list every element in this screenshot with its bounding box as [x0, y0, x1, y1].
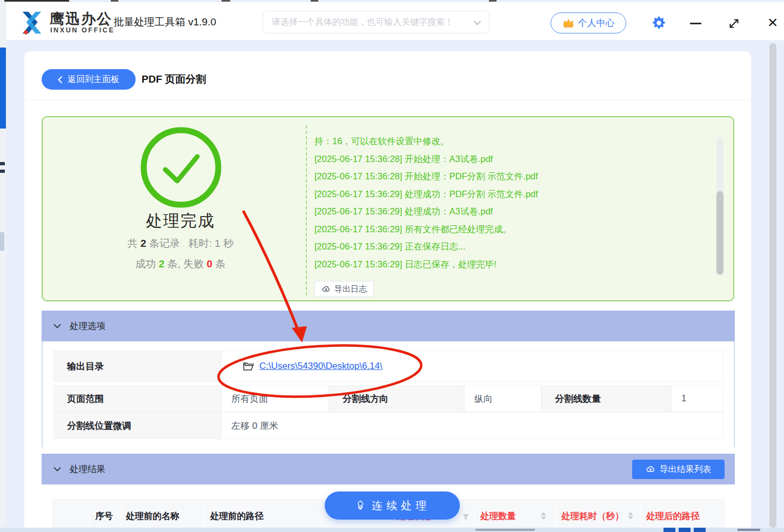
export-result-list-label: 导出结果列表	[660, 464, 712, 475]
process-result-panel: 处理完成 共 2 条记录 耗时: 1 秒 成功 2 条, 失败 0 条 持：16…	[42, 116, 734, 301]
background-window-edge-left	[0, 232, 4, 251]
logo-text-cn: 鹰迅办公	[50, 9, 112, 29]
background-window-edge-bottom	[0, 528, 784, 532]
folder-icon	[243, 362, 254, 371]
background-window-edge-left	[0, 162, 5, 165]
options-panel: 输出目录 C:\Users\54390\Desktop\6.14\ 页面范围 所…	[42, 341, 735, 447]
background-fragment	[679, 528, 691, 532]
logo-text-en: INXUN OFFICE	[50, 26, 115, 34]
background-window-edge-left	[0, 48, 6, 129]
page-range-label: 页面范围	[53, 385, 221, 412]
inxun-logo-icon	[18, 9, 45, 36]
log-line: [2025-06-17 15:36:28] 开始处理：A3试卷.pdf	[314, 150, 709, 168]
minimize-icon[interactable]	[690, 23, 701, 24]
summary-total: 共 2 条记录 耗时: 1 秒	[83, 237, 278, 251]
back-to-dashboard-button[interactable]: 返回到主面板	[42, 69, 136, 90]
chevron-down-icon	[53, 467, 61, 472]
background-window-edge-top	[311, 0, 318, 2]
filter-icon[interactable]	[462, 513, 470, 523]
log-line: [2025-06-17 15:36:29] 所有文件都已经处理完成。	[314, 220, 709, 238]
close-icon[interactable]: ×	[764, 11, 781, 33]
background-window-edge-top	[4, 0, 69, 2]
gear-icon[interactable]	[652, 16, 666, 30]
window-scrollbar[interactable]	[769, 43, 776, 528]
log-scrollbar[interactable]	[716, 137, 723, 275]
success-count: 2	[159, 258, 165, 270]
background-window-edge-top	[489, 0, 497, 2]
background-fragment	[738, 529, 760, 531]
split-count-label: 分割线数量	[541, 385, 671, 412]
search-input[interactable]	[272, 11, 466, 33]
options-section-title: 处理选项	[70, 320, 105, 332]
chevron-left-icon	[58, 76, 63, 84]
divider	[306, 125, 307, 295]
options-section-header[interactable]: 处理选项	[42, 311, 735, 341]
page-title: PDF 页面分割	[142, 72, 206, 86]
output-directory-link[interactable]: C:\Users\54390\Desktop\6.14\	[259, 361, 383, 372]
sort-icon[interactable]	[628, 512, 633, 520]
background-fragment	[664, 528, 675, 532]
background-window-edge-top	[111, 0, 118, 2]
chevron-down-icon[interactable]	[473, 21, 481, 25]
success-check-icon	[140, 126, 222, 208]
background-window-edge-left	[0, 170, 5, 173]
background-fragment	[475, 529, 535, 531]
user-center-button[interactable]: 个人中心	[551, 12, 626, 33]
output-dir-cell: C:\Users\54390\Desktop\6.14\	[221, 351, 723, 382]
page-range-value[interactable]: 所有页面	[221, 385, 329, 412]
continue-process-label: 连续处理	[372, 499, 430, 513]
chevron-down-icon	[53, 324, 61, 328]
summary-success-fail: 成功 2 条, 失败 0 条	[83, 257, 278, 271]
continue-process-button[interactable]: 连续处理	[325, 491, 460, 520]
log-scrollbar-thumb[interactable]	[716, 191, 723, 275]
status-title: 处理完成	[105, 210, 256, 232]
total-count: 2	[140, 238, 146, 249]
screen: { "colors": { "accent": "#3b7cf7", "succ…	[0, 0, 784, 532]
split-offset-value[interactable]: 左移 0 厘米	[221, 412, 723, 439]
export-log-button[interactable]: 导出日志	[314, 281, 374, 297]
maximize-icon[interactable]	[728, 17, 740, 30]
fail-count: 0	[207, 258, 213, 270]
split-direction-value[interactable]: 纵向	[464, 385, 541, 412]
log-line: 持：16，可以在软件设置中修改。	[314, 132, 709, 150]
export-result-list-button[interactable]: 导出结果列表	[632, 460, 725, 479]
app-header: 鹰迅办公 INXUN OFFICE 批量处理工具箱 v1.9.0 个人中心 ×	[6, 2, 784, 41]
output-dir-label: 输出目录	[53, 351, 221, 382]
log-line: [2025-06-17 15:36:29] 日志已保存，处理完毕!	[314, 255, 709, 273]
split-direction-label: 分割线方向	[329, 385, 464, 412]
export-log-label: 导出日志	[334, 284, 367, 294]
upload-cloud-icon	[646, 464, 655, 474]
process-log: 持：16，可以在软件设置中修改。 [2025-06-17 15:36:28] 开…	[314, 132, 709, 273]
divider	[24, 100, 751, 100]
log-line: [2025-06-17 15:36:29] 处理成功：PDF分割 示范文件.pd…	[314, 185, 709, 203]
results-section-header[interactable]: 处理结果	[42, 454, 735, 484]
crown-icon	[562, 18, 574, 28]
results-section-title: 处理结果	[70, 463, 105, 475]
split-offset-label: 分割线位置微调	[53, 412, 221, 439]
log-line: [2025-06-17 15:36:29] 正在保存日志...	[314, 238, 709, 255]
split-count-value[interactable]: 1	[671, 385, 723, 412]
user-center-label: 个人中心	[578, 17, 615, 29]
app-title: 批量处理工具箱 v1.9.0	[113, 15, 216, 29]
background-fragment	[694, 528, 706, 532]
rocket-icon	[354, 500, 366, 511]
elapsed-time: 耗时: 1 秒	[189, 238, 233, 249]
background-window-edge-top	[222, 0, 230, 2]
sort-icon[interactable]	[541, 512, 546, 520]
back-button-label: 返回到主面板	[68, 74, 119, 85]
log-line: [2025-06-17 15:36:29] 处理成功：A3试卷.pdf	[314, 203, 709, 220]
log-line: [2025-06-17 15:36:28] 开始处理：PDF分割 示范文件.pd…	[314, 167, 709, 185]
function-search-box[interactable]	[263, 11, 490, 33]
upload-cloud-icon	[321, 285, 331, 294]
